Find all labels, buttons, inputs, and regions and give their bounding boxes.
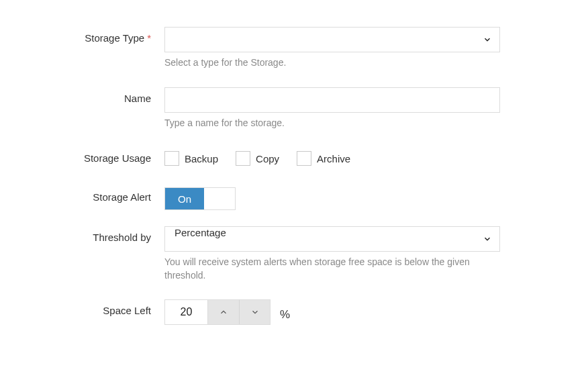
checkbox-box xyxy=(164,151,179,166)
threshold-by-select[interactable]: Percentage xyxy=(164,226,500,252)
row-storage-alert: Storage Alert On xyxy=(0,187,548,224)
name-hint: Type a name for the storage. xyxy=(164,117,500,130)
row-space-left: Space Left 20 % xyxy=(0,299,548,325)
checkbox-backup-label: Backup xyxy=(185,153,218,164)
storage-usage-label: Storage Usage xyxy=(0,147,164,164)
threshold-by-hint: You will receive system alerts when stor… xyxy=(164,256,500,282)
row-name: Name Type a name for the storage. xyxy=(0,87,548,145)
toggle-on-label: On xyxy=(165,188,204,209)
checkbox-box xyxy=(297,151,311,166)
storage-type-hint: Select a type for the Storage. xyxy=(164,56,500,70)
checkbox-archive-label: Archive xyxy=(317,153,350,164)
storage-alert-toggle[interactable]: On xyxy=(164,187,236,210)
space-left-label: Space Left xyxy=(0,299,164,316)
chevron-up-icon xyxy=(219,307,228,317)
chevron-down-icon xyxy=(250,307,260,317)
toggle-off-segment xyxy=(204,188,235,209)
name-label: Name xyxy=(0,87,164,104)
required-marker: * xyxy=(147,32,151,44)
checkbox-archive[interactable]: Archive xyxy=(297,151,350,166)
checkbox-backup[interactable]: Backup xyxy=(164,151,218,166)
storage-type-label: Storage Type* xyxy=(0,27,164,44)
row-storage-usage: Storage Usage Backup Copy Archive xyxy=(0,147,548,185)
stepper-up-button[interactable] xyxy=(208,300,239,324)
threshold-by-value: Percentage xyxy=(175,227,226,238)
storage-type-select[interactable] xyxy=(164,27,500,52)
threshold-by-label: Threshold by xyxy=(0,226,164,243)
row-storage-type: Storage Type* Select a type for the Stor… xyxy=(0,27,548,85)
checkbox-box xyxy=(236,151,250,166)
storage-type-label-text: Storage Type xyxy=(85,32,144,44)
checkbox-copy-label: Copy xyxy=(256,153,279,164)
row-threshold-by: Threshold by Percentage You will receive… xyxy=(0,226,548,297)
checkbox-copy[interactable]: Copy xyxy=(236,151,279,166)
storage-form: Storage Type* Select a type for the Stor… xyxy=(0,0,588,354)
space-left-stepper: 20 xyxy=(164,299,271,325)
space-left-unit: % xyxy=(280,303,290,322)
space-left-value[interactable]: 20 xyxy=(165,300,208,324)
stepper-down-button[interactable] xyxy=(239,300,270,324)
storage-alert-label: Storage Alert xyxy=(0,187,164,203)
name-input[interactable] xyxy=(164,87,500,113)
